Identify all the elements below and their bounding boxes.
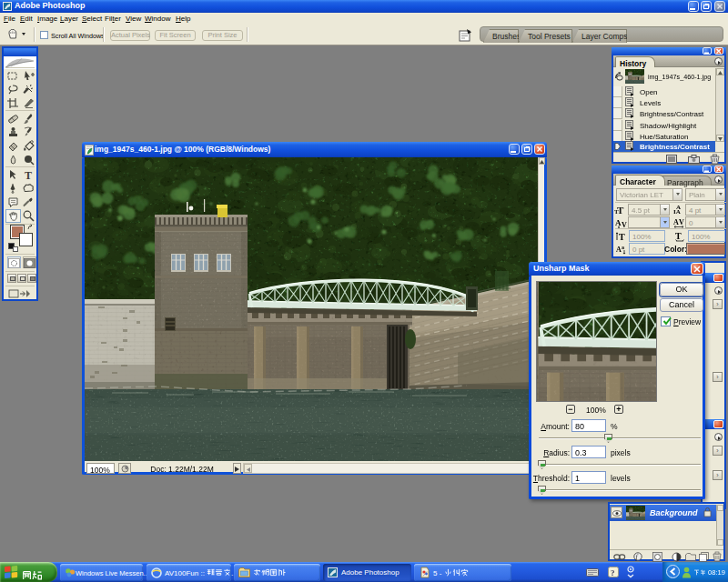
svg-text:T: T bbox=[675, 231, 682, 241]
svg-text:A: A bbox=[615, 218, 622, 227]
svg-text:T: T bbox=[25, 169, 32, 182]
svg-text:IA: IA bbox=[673, 208, 681, 215]
svg-text:V: V bbox=[679, 218, 684, 226]
svg-text:a: a bbox=[622, 245, 624, 250]
svg-text:?: ? bbox=[611, 568, 615, 577]
svg-text:T: T bbox=[619, 232, 625, 242]
svg-text:V: V bbox=[622, 221, 627, 228]
